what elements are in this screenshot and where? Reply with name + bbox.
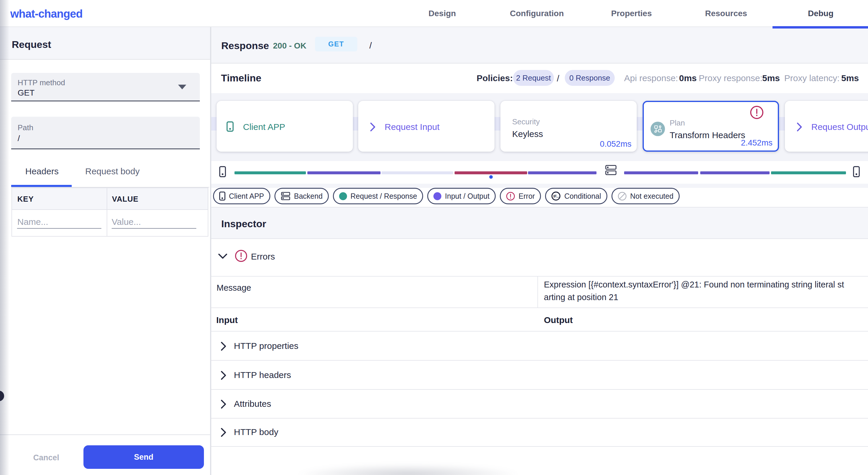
svg-text:IF...: IF... xyxy=(554,194,559,199)
